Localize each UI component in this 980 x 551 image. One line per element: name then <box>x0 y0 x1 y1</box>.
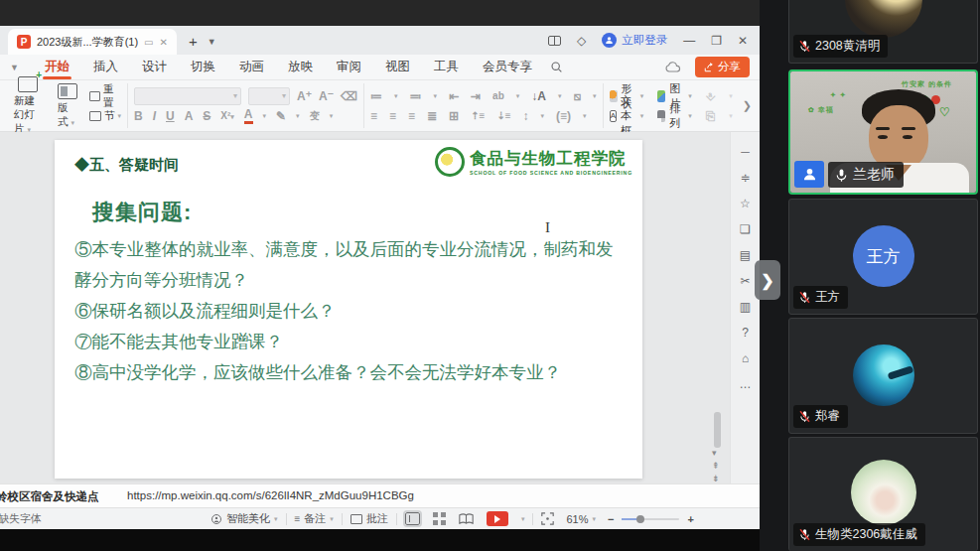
ribbon-tab-tools[interactable]: 工具 <box>422 55 471 80</box>
justify-icon[interactable]: ≣ <box>427 109 437 123</box>
new-tab-button[interactable]: + <box>189 29 198 55</box>
beautify-button[interactable]: 智能美化▾ <box>210 511 278 526</box>
participant-tile-daijiawei[interactable]: 生物类2306戴佳威 <box>788 437 978 551</box>
slide-canvas[interactable]: ◆五、答疑时间 食品与生物工程学院 SCHOOL OF FOOD SCIENCE… <box>55 140 642 479</box>
share-button[interactable]: 分享 <box>695 57 750 77</box>
star-resources-icon[interactable]: ☆ <box>740 198 751 210</box>
clear-format-icon[interactable]: ⌫ <box>341 89 357 103</box>
ribbon-tab-insert[interactable]: 插入 <box>81 55 130 80</box>
zoom-slider[interactable] <box>622 518 679 520</box>
decrease-font-icon[interactable]: A⁻ <box>319 89 334 103</box>
line-spacing-down-icon[interactable]: ⇣≡ <box>496 110 510 121</box>
font-size-select[interactable]: ▾ <box>248 87 290 105</box>
superscript-icon[interactable]: X²▾ <box>220 110 234 121</box>
increase-indent-icon[interactable]: ⇥ <box>471 89 481 103</box>
reset-button[interactable]: 重置 <box>89 86 121 106</box>
ribbon-tab-member[interactable]: 会员专享 <box>471 55 544 80</box>
font-name-select[interactable]: ▾ <box>134 87 241 105</box>
bullet-list-icon[interactable]: ≔ <box>370 89 382 103</box>
tools-panel-icon[interactable]: ✂ <box>740 275 750 288</box>
effects-panel-icon[interactable]: ▤ <box>740 249 751 262</box>
char-border-icon[interactable]: A <box>185 109 194 123</box>
close-tab-icon[interactable]: ✕ <box>160 37 168 48</box>
bottom-black-band <box>0 529 760 551</box>
ribbon-tab-design[interactable]: 设计 <box>130 55 179 80</box>
underline-icon[interactable]: U <box>166 109 175 123</box>
zoom-in-button[interactable]: + <box>687 513 693 525</box>
normal-view-button[interactable] <box>405 512 420 525</box>
file-menu-chevron-icon[interactable]: ▼ <box>10 63 19 72</box>
close-window-button[interactable]: ✕ <box>738 34 748 48</box>
align-center-icon[interactable]: ≡ <box>389 109 396 123</box>
new-slide-button[interactable]: 新建幻灯片 ▾ <box>10 76 46 136</box>
search-icon[interactable] <box>550 61 563 73</box>
tab-list-chevron-icon[interactable]: ▼ <box>208 29 216 55</box>
line-spacing-icon[interactable]: ↕ <box>523 109 529 123</box>
bold-icon[interactable]: B <box>134 109 143 123</box>
ribbon-tab-animation[interactable]: 动画 <box>227 55 276 80</box>
font-color-icon[interactable]: A <box>244 107 253 124</box>
increase-font-icon[interactable]: A⁺ <box>297 89 312 103</box>
italic-icon[interactable]: I <box>153 109 156 123</box>
zoom-slider-handle[interactable] <box>636 515 644 523</box>
below-slide-link[interactable]: https://mp.weixin.qq.com/s/626lI4NR_zMdG… <box>127 489 414 501</box>
text-direction-icon[interactable]: ↓A <box>531 89 546 103</box>
previous-slide-icon[interactable]: ⇞ <box>712 461 720 471</box>
missing-font-warning[interactable]: 缺失字体 <box>0 511 42 526</box>
participant-tile-wangfang[interactable]: 王方 王方 <box>788 199 978 315</box>
line-spacing-up-icon[interactable]: ⇡≡ <box>471 110 485 121</box>
ribbon-tab-review[interactable]: 审阅 <box>325 55 373 80</box>
guide-panel-icon[interactable]: ▥ <box>740 301 751 314</box>
zoom-level[interactable]: 61%▾ <box>566 513 596 525</box>
slideshow-options-chevron-icon[interactable]: ▾ <box>521 515 525 523</box>
strikethrough-icon[interactable]: S <box>203 109 210 123</box>
char-spacing-icon[interactable]: ab <box>492 90 504 101</box>
participant-tile-lanlaoshi-active-speaker[interactable]: 竹安家 的条件 ♡ ✿ 幸福 ✦ ✦ 兰老师 <box>788 69 978 195</box>
section-button[interactable]: 节 ▾ <box>89 106 121 126</box>
ribbon-tab-slideshow[interactable]: 放映 <box>276 55 325 80</box>
layout-button[interactable]: 版式 ▾ <box>54 83 81 129</box>
more-panel-icon[interactable]: … <box>740 378 752 391</box>
collaborate-icon[interactable]: ▭ <box>144 37 153 48</box>
participant-tile-huangqingming[interactable]: 2308黄清明 <box>788 0 978 64</box>
arrange-button[interactable]: 排列▾ <box>657 101 692 131</box>
decrease-indent-icon[interactable]: ⇤ <box>449 89 459 103</box>
scroll-down-icon[interactable]: ▾ <box>712 448 717 458</box>
ribbon-tab-transition[interactable]: 切换 <box>179 55 227 80</box>
shapes-panel-icon[interactable]: ❏ <box>740 223 751 236</box>
workspace-cube-icon[interactable]: ◇ <box>577 34 586 48</box>
convert-smartart-icon[interactable]: ⧅ <box>573 89 581 103</box>
distribute-icon[interactable]: ⊞ <box>449 109 459 123</box>
comments-button[interactable]: 批注 <box>350 511 388 526</box>
numbered-list-icon[interactable]: ≕ <box>409 89 421 103</box>
highlight-icon[interactable]: ✎ <box>276 109 286 123</box>
text-cursor: I <box>545 219 550 236</box>
ribbon-tab-view[interactable]: 视图 <box>373 55 422 80</box>
restore-button[interactable]: ❐ <box>711 34 722 48</box>
collapse-icon[interactable]: ─ <box>741 146 750 159</box>
minimize-button[interactable]: — <box>683 34 695 48</box>
slideshow-play-button[interactable] <box>487 511 508 526</box>
align-left-icon[interactable]: ≡ <box>370 109 377 123</box>
text-effect-icon[interactable]: 变 <box>310 109 320 123</box>
vertical-scrollbar[interactable] <box>714 412 721 448</box>
help-icon[interactable]: ? <box>742 327 749 340</box>
document-tab[interactable]: P 2023级新...学教育(1) ▭ ✕ <box>8 29 177 55</box>
login-button[interactable]: 立即登录 <box>602 33 667 48</box>
participant-tile-zhengrui[interactable]: 郑睿 <box>788 318 978 434</box>
panel-collapse-arrow-button[interactable]: ❯ <box>755 260 780 300</box>
reading-view-button[interactable] <box>459 513 474 525</box>
next-slide-icon[interactable]: ⇟ <box>712 474 720 483</box>
toolbar-expander[interactable]: ❯ <box>739 83 756 128</box>
screenshot-root: P 2023级新...学教育(1) ▭ ✕ + ▼ ◇ 立即登录 — ❐ ✕ <box>0 0 980 551</box>
cloud-sync-icon[interactable] <box>665 62 681 73</box>
slide-sorter-view-button[interactable] <box>433 512 446 525</box>
fit-window-icon[interactable] <box>541 512 554 525</box>
text-align-vertical-icon[interactable]: (≡) <box>556 109 571 123</box>
split-screen-icon[interactable] <box>548 36 561 46</box>
skin-panel-icon[interactable]: ⌂ <box>742 352 749 365</box>
zoom-out-button[interactable]: − <box>608 513 614 525</box>
properties-icon[interactable]: ≑ <box>740 172 750 185</box>
notes-button[interactable]: ≡ 备注▾ <box>295 511 334 526</box>
align-right-icon[interactable]: ≡ <box>408 109 415 123</box>
